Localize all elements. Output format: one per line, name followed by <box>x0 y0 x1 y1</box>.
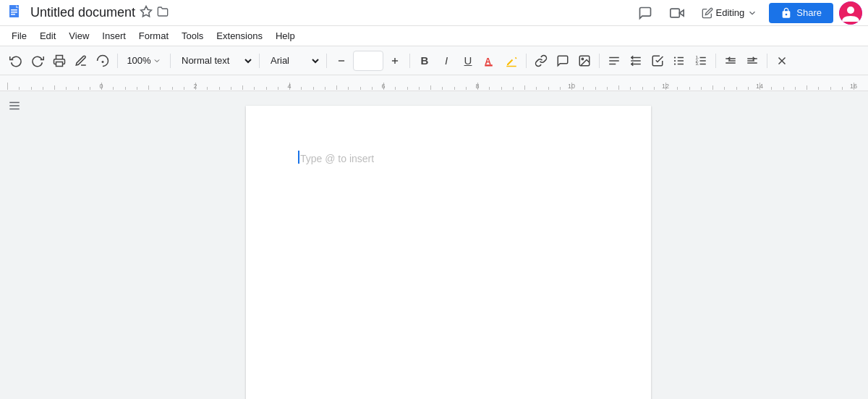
font-size-input[interactable]: 11 <box>353 51 383 71</box>
svg-marker-6 <box>141 6 152 16</box>
underline-button[interactable]: U <box>458 50 478 72</box>
text-cursor <box>298 151 299 164</box>
highlight-button[interactable] <box>501 50 522 72</box>
separator-7 <box>599 54 600 68</box>
svg-point-19 <box>582 58 583 59</box>
font-size-increase-button[interactable] <box>385 50 405 72</box>
svg-point-30 <box>674 59 676 61</box>
numbered-list-button[interactable]: 1. 2. 3. <box>691 50 711 72</box>
editing-mode-btn[interactable]: Editing <box>696 4 764 22</box>
menu-file[interactable]: File <box>6 28 33 44</box>
document-container[interactable]: Type @ to insert <box>29 91 868 399</box>
align-button[interactable] <box>604 50 624 72</box>
content-area: Type @ to insert <box>0 91 868 399</box>
toolbar: 100% Normal text Arial 11 B I U <box>0 46 868 75</box>
svg-rect-11 <box>56 62 63 66</box>
svg-rect-8 <box>670 9 679 17</box>
menu-tools[interactable]: Tools <box>176 28 209 44</box>
insert-image-button[interactable] <box>574 50 595 72</box>
separator-2 <box>170 54 171 68</box>
separator-9 <box>767 54 767 68</box>
editing-mode-label: Editing <box>716 7 745 18</box>
user-avatar[interactable] <box>839 1 862 25</box>
left-sidebar <box>0 91 29 399</box>
menu-insert[interactable]: Insert <box>96 28 132 44</box>
svg-text:3.: 3. <box>696 62 699 66</box>
bold-button[interactable]: B <box>414 50 435 72</box>
document-title[interactable]: Untitled document <box>30 5 135 20</box>
document-placeholder: Type @ to insert <box>300 153 374 164</box>
checklist-button[interactable] <box>647 50 668 72</box>
ruler-canvas: 0246810121416 <box>0 75 868 91</box>
italic-button[interactable]: I <box>436 50 456 72</box>
svg-rect-17 <box>506 65 516 67</box>
menu-edit[interactable]: Edit <box>34 28 61 44</box>
svg-point-31 <box>674 63 676 64</box>
menu-extensions[interactable]: Extensions <box>210 28 268 44</box>
line-spacing-button[interactable] <box>626 50 646 72</box>
separator-8 <box>715 54 716 68</box>
title-bar: Untitled document <box>0 0 868 26</box>
menu-format[interactable]: Format <box>133 28 174 44</box>
svg-rect-3 <box>11 9 17 11</box>
decrease-indent-button[interactable] <box>720 50 741 72</box>
svg-rect-5 <box>11 14 15 15</box>
document-content[interactable]: Type @ to insert <box>298 149 599 164</box>
undo-button[interactable] <box>6 50 26 72</box>
star-icon[interactable] <box>140 5 153 21</box>
folder-icon[interactable] <box>157 6 169 20</box>
clear-formatting-button[interactable] <box>772 50 792 72</box>
ruler: 0246810121416 <box>0 75 868 91</box>
insert-comment-button[interactable] <box>553 50 573 72</box>
separator-1 <box>117 54 118 68</box>
menu-help[interactable]: Help <box>270 28 301 44</box>
print-button[interactable] <box>49 50 69 72</box>
share-label: Share <box>796 7 822 18</box>
svg-point-29 <box>674 56 676 58</box>
bullet-list-button[interactable] <box>669 50 689 72</box>
paint-format-button[interactable] <box>93 50 113 72</box>
separator-5 <box>409 54 410 68</box>
share-button[interactable]: Share <box>769 3 833 23</box>
menu-view[interactable]: View <box>63 28 95 44</box>
separator-4 <box>326 54 327 68</box>
title-bar-right: Editing Share <box>632 0 862 26</box>
separator-6 <box>526 54 527 68</box>
menu-bar: File Edit View Insert Format Tools Exten… <box>0 26 868 46</box>
svg-rect-16 <box>485 64 493 66</box>
sidebar-expand-button[interactable] <box>6 97 23 114</box>
font-size-decrease-button[interactable] <box>331 50 352 72</box>
font-select[interactable]: Arial <box>264 51 322 71</box>
paragraph-style-select[interactable]: Normal text <box>175 51 255 71</box>
separator-3 <box>259 54 260 68</box>
comments-icon-btn[interactable] <box>632 0 658 26</box>
text-color-button[interactable]: A <box>480 50 500 72</box>
svg-rect-4 <box>11 12 17 13</box>
docs-logo-icon <box>6 3 26 23</box>
increase-indent-button[interactable] <box>742 50 762 72</box>
spellcheck-button[interactable] <box>71 50 91 72</box>
svg-marker-7 <box>679 9 684 15</box>
document-page[interactable]: Type @ to insert <box>246 106 651 399</box>
zoom-selector[interactable]: 100% <box>122 51 166 71</box>
svg-point-10 <box>847 7 854 14</box>
meet-icon-btn[interactable] <box>664 0 690 26</box>
insert-link-button[interactable] <box>531 50 551 72</box>
redo-button[interactable] <box>27 50 48 72</box>
